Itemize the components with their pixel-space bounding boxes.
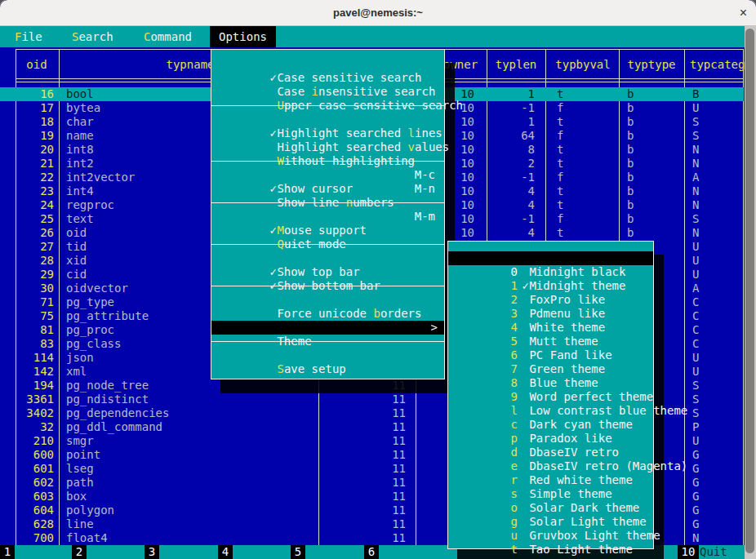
cell-oid: 30	[16, 282, 54, 295]
theme-menu-item[interactable]: 9Word perfect theme	[448, 376, 653, 390]
submenu-arrow-icon: >	[431, 321, 438, 335]
options-menu-item[interactable]: Quiet mode	[211, 224, 444, 237]
cell-oid: 628	[16, 517, 54, 531]
cell-oid: 29	[16, 268, 54, 282]
cell-typcateg: U	[692, 101, 699, 115]
theme-menu-item[interactable]: tTao Light theme	[448, 529, 653, 543]
options-menu-item[interactable]: Save setup	[211, 348, 444, 362]
options-menu-item[interactable]: Upper case sensitive search	[211, 85, 444, 99]
menu-item-shortcut: M-c	[415, 168, 435, 182]
cell-oid: 604	[16, 504, 54, 517]
options-menu-item[interactable]: ✓Show bottom bar	[211, 265, 444, 279]
theme-menu-item[interactable]: lLow contrast blue theme	[448, 390, 653, 404]
theme-menu-item[interactable]: 5Mutt theme	[448, 321, 653, 335]
theme-menu-item[interactable]: 4White theme	[448, 307, 653, 321]
cell-typname: smgr	[66, 434, 94, 448]
cell-oid: 210	[16, 434, 54, 448]
menubar-item[interactable]: File	[15, 26, 42, 47]
cell-typbyval: t	[557, 143, 563, 157]
theme-menu-item[interactable]: dDbaseIV retro	[448, 432, 653, 446]
options-menu-item[interactable]	[211, 161, 444, 162]
function-key[interactable]: 2	[72, 545, 87, 559]
options-menu-item[interactable]: Highlight searched values	[211, 126, 444, 140]
options-menu-item[interactable]: Without highlighting	[211, 140, 444, 154]
options-menu-item[interactable]: Force ascii menu	[211, 307, 444, 321]
cell-typname: point	[66, 448, 100, 462]
cell-typname: oid	[66, 226, 87, 240]
function-key[interactable]: 1	[0, 545, 16, 559]
options-menu-item[interactable]	[211, 202, 444, 203]
cell-oid: 19	[16, 129, 54, 143]
theme-menu-item[interactable]: eDbaseIV retro (Magenta)	[448, 446, 653, 459]
theme-menu-item[interactable]: 3Pdmenu like	[448, 293, 653, 307]
scrollbar-thumb[interactable]	[745, 29, 754, 553]
cell-oid: 17	[16, 101, 54, 115]
theme-menu-item[interactable]: rRed white theme	[448, 459, 653, 473]
options-menu-item[interactable]: Case insensitive search	[211, 71, 444, 85]
theme-item-label: Tao Light theme	[529, 543, 632, 556]
cell-typbyval: t	[557, 115, 563, 129]
cell-typname: pg_dependencies	[66, 406, 169, 420]
cell-typnamespace: 11	[327, 462, 406, 476]
theme-menu-item[interactable]: pParadox like	[448, 418, 653, 432]
options-menu-item[interactable]: ✓Highlight searched lines	[211, 113, 444, 126]
function-key[interactable]: 3	[145, 545, 160, 559]
cell-typnamespace: 11	[327, 476, 406, 490]
options-menu-item[interactable]: Theme >	[211, 321, 444, 335]
function-key[interactable]: 5	[291, 545, 306, 559]
options-menu-item[interactable]	[211, 244, 444, 245]
cell-typbyval: t	[557, 198, 563, 212]
cell-oid: 75	[16, 309, 54, 323]
theme-menu-item[interactable]: 6PC Fand like	[448, 335, 653, 348]
options-menu-item[interactable]	[211, 286, 444, 286]
options-menu-item[interactable]: Force unicode borders	[211, 293, 444, 307]
cell-oid: 23	[16, 184, 54, 198]
options-menu-item[interactable]	[211, 341, 444, 342]
menubar-item[interactable]: Options	[210, 26, 276, 47]
menubar-item-label: Options	[219, 30, 267, 43]
cell-typlen: 4	[469, 226, 535, 240]
theme-menu-item[interactable]: cDark cyan theme	[448, 404, 653, 418]
menu-bar: File Search Command Options	[0, 26, 745, 47]
theme-menu-item[interactable]: 1✓Midnight theme	[448, 265, 653, 279]
theme-menu-item[interactable]: 0Midnight black	[448, 251, 653, 265]
options-menu-item[interactable]: Show line numbers M-n	[211, 182, 444, 196]
close-icon[interactable]: ×	[740, 0, 747, 25]
function-key[interactable]: 4	[218, 545, 233, 559]
column-header-typtype: typtype	[627, 58, 675, 72]
menu-item-label: ave setup	[284, 362, 346, 375]
cell-typlen: 2	[469, 157, 535, 171]
options-menu-item[interactable]	[211, 105, 444, 106]
cell-typname: oidvector	[66, 282, 128, 295]
column-header-typname: typname	[166, 58, 214, 72]
function-key-label	[305, 545, 306, 559]
cell-typcateg: U	[692, 240, 699, 254]
menubar-item[interactable]: Search	[72, 26, 113, 47]
menubar-item[interactable]: Command	[144, 26, 192, 47]
cell-typname: text	[66, 212, 94, 226]
theme-menu-item[interactable]: 8Blue theme	[448, 362, 653, 376]
cell-oid: 3402	[16, 406, 54, 420]
theme-menu-item[interactable]: sSimple theme	[448, 473, 653, 487]
theme-menu-item[interactable]: uGruvbox Light theme	[448, 515, 653, 529]
cell-typcateg: C	[692, 309, 699, 323]
options-menu-item[interactable]: ✓Show cursor M-c	[211, 168, 444, 182]
theme-menu-item[interactable]: 7Green theme	[448, 348, 653, 362]
options-menu-item[interactable]: ✓Mouse support M-m	[211, 210, 444, 224]
cell-typcateg: N	[692, 184, 699, 198]
function-key[interactable]: 6	[364, 545, 380, 559]
cell-typname: regproc	[66, 198, 114, 212]
theme-menu-item[interactable]: oSolar Dark theme	[448, 487, 653, 501]
function-key[interactable]: 10 Quit	[678, 545, 727, 559]
cell-typcateg: N	[692, 226, 699, 240]
options-menu-item[interactable]: ✓Show top bar	[211, 251, 444, 265]
cell-typlen: 1	[469, 87, 535, 101]
cell-typcateg: U	[692, 254, 699, 268]
cell-oid: 600	[16, 448, 54, 462]
cell-oid: 32	[16, 420, 54, 434]
cell-typcateg: N	[692, 143, 699, 157]
options-menu-item[interactable]: ✓Case sensitive search	[211, 57, 444, 71]
theme-menu-item[interactable]: 2FoxPro like	[448, 279, 653, 293]
cell-typnamespace: 11	[327, 393, 406, 406]
theme-menu-item[interactable]: gSolar Light theme	[448, 501, 653, 515]
